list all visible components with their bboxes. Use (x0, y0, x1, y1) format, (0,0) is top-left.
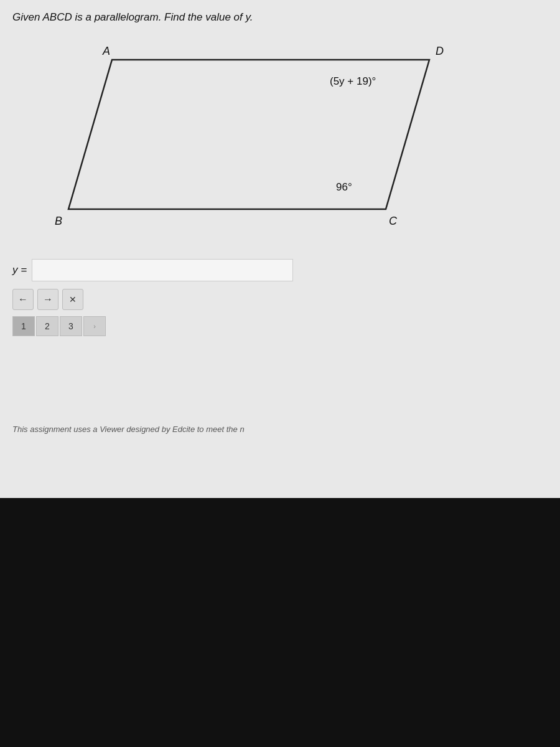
forward-button[interactable]: → (37, 289, 58, 310)
page-4[interactable]: › (83, 316, 106, 336)
angle1-label: (5y + 19)° (330, 75, 376, 87)
angle2-label: 96° (336, 181, 352, 193)
footer-text: This assignment uses a Viewer designed b… (12, 425, 245, 434)
diagram-area: A D C B (5y + 19)° 96° (0, 41, 560, 253)
footer-area: This assignment uses a Viewer designed b… (0, 418, 560, 439)
y-label: y = (12, 264, 27, 276)
vertex-a-label: A (102, 45, 110, 57)
answer-input[interactable] (32, 259, 293, 281)
back-button[interactable]: ← (12, 289, 34, 310)
page-1[interactable]: 1 (12, 316, 35, 336)
page-3[interactable]: 3 (60, 316, 82, 336)
black-bottom-area (0, 498, 560, 747)
page-nums-row: 1 2 3 › (0, 316, 560, 336)
page-2[interactable]: 2 (36, 316, 58, 336)
clear-button[interactable]: ✕ (62, 289, 83, 310)
vertex-c-label: C (389, 215, 398, 227)
vertex-d-label: D (436, 45, 444, 57)
nav-row: ← → ✕ (0, 289, 560, 310)
question-text: Given ABCD is a parallelogram. Find the … (12, 11, 548, 24)
vertex-b-label: B (55, 215, 62, 227)
